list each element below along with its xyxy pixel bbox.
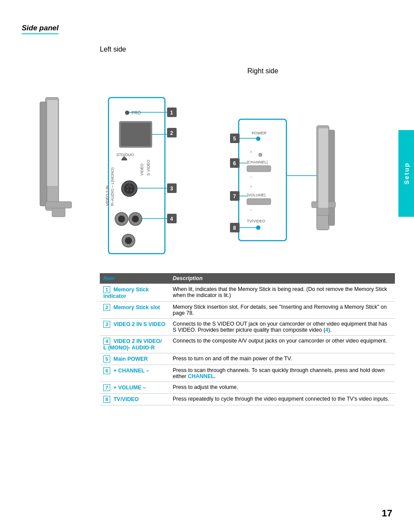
item-6: 6 + CHANNEL – <box>100 365 169 382</box>
item-num-6: 6 <box>103 367 110 374</box>
table-row: 8 TV/VIDEO Press repeatedly to cycle thr… <box>100 394 395 405</box>
svg-text:–: – <box>250 208 252 212</box>
svg-text:R–AUDIO – L(MONO): R–AUDIO – L(MONO) <box>110 167 115 206</box>
table-row: 4 VIDEO 2 IN VIDEO/ L (MONO)- AUDIO-R Co… <box>100 336 395 353</box>
svg-rect-69 <box>329 130 335 225</box>
svg-rect-5 <box>108 98 165 254</box>
svg-rect-12 <box>121 123 151 146</box>
table-row: 3 VIDEO 2 IN S VIDEO Connects to the S V… <box>100 319 395 336</box>
svg-rect-4 <box>47 100 58 186</box>
setup-tab-label: Setup <box>403 162 410 185</box>
table-row: 2 Memory Stick slot Memory Stick inserti… <box>100 302 395 319</box>
item-num-4: 4 <box>103 338 110 345</box>
svg-rect-58 <box>247 199 271 205</box>
desc-2: Memory Stick insertion slot. For details… <box>169 302 395 319</box>
svg-text:4: 4 <box>170 216 173 222</box>
desc-8: Press repeatedly to cycle through the vi… <box>169 394 395 405</box>
svg-rect-18 <box>122 159 127 160</box>
item-num-5: 5 <box>103 356 110 362</box>
page-number: 17 <box>382 508 392 519</box>
desc-4: Connects to the composite A/V output jac… <box>169 336 395 353</box>
desc-5: Press to turn on and off the main power … <box>169 353 395 365</box>
svg-point-22 <box>130 186 132 188</box>
svg-rect-1 <box>40 102 47 206</box>
svg-rect-72 <box>318 128 329 208</box>
item-8: 8 TV/VIDEO <box>100 394 169 405</box>
item-3: 3 VIDEO 2 IN S VIDEO <box>100 319 169 336</box>
svg-point-23 <box>127 189 128 191</box>
svg-text:7: 7 <box>233 193 236 199</box>
svg-point-6 <box>125 111 129 115</box>
svg-text:POWER: POWER <box>252 131 267 135</box>
svg-point-32 <box>118 215 125 222</box>
page-title: Side panel <box>22 24 59 34</box>
item-5: 5 Main POWER <box>100 353 169 365</box>
svg-text:+: + <box>250 185 252 189</box>
svg-point-44 <box>256 137 260 141</box>
svg-text:VIDEO 2 IN: VIDEO 2 IN <box>105 186 109 206</box>
svg-point-39 <box>125 237 132 244</box>
svg-text:3: 3 <box>170 186 173 192</box>
items-table: Item Description 1 Memory Stick indicato… <box>100 273 395 405</box>
svg-point-49 <box>259 153 262 157</box>
svg-text:|VOLUME|: |VOLUME| <box>247 193 266 197</box>
svg-point-24 <box>130 189 132 191</box>
svg-text:8: 8 <box>233 225 236 231</box>
desc-1: When lit, indicates that the Memory Stic… <box>169 284 395 302</box>
svg-rect-3 <box>52 208 65 217</box>
svg-text:1: 1 <box>170 110 173 116</box>
item-2: 2 Memory Stick slot <box>100 302 169 319</box>
svg-rect-71 <box>317 208 329 215</box>
svg-point-25 <box>128 184 130 186</box>
svg-text:–: – <box>250 175 252 179</box>
svg-text:S VIDEO: S VIDEO <box>146 160 151 176</box>
svg-text:6: 6 <box>233 160 236 166</box>
setup-tab: Setup <box>398 130 414 217</box>
item-num-2: 2 <box>103 304 110 311</box>
item-1: 1 Memory Stick indicator <box>100 284 169 302</box>
svg-text:5: 5 <box>233 136 236 142</box>
svg-point-21 <box>127 186 128 188</box>
svg-text:|CHANNEL|: |CHANNEL| <box>247 160 268 164</box>
svg-text:TV/VIDEO: TV/VIDEO <box>247 219 265 223</box>
item-num-7: 7 <box>103 384 110 391</box>
table-area: Item Description 1 Memory Stick indicato… <box>100 273 395 405</box>
table-row: 1 Memory Stick indicator When lit, indic… <box>100 284 395 302</box>
svg-point-34 <box>132 215 139 222</box>
table-row: 6 + CHANNEL – Press to scan through chan… <box>100 365 395 382</box>
header-item: Item <box>100 273 169 284</box>
svg-text:VIDEO: VIDEO <box>140 163 144 176</box>
item-4: 4 VIDEO 2 IN VIDEO/ L (MONO)- AUDIO-R <box>100 336 169 353</box>
desc-3: Connects to the S VIDEO OUT jack on your… <box>169 319 395 336</box>
desc-7: Press to adjust the volume. <box>169 382 395 394</box>
item-num-3: 3 <box>103 321 110 328</box>
diagram-area: PRO 1 2 STD/DUO 3 S VIDEO VIDEO <box>22 41 391 267</box>
item-num-1: 1 <box>103 286 110 293</box>
svg-text:STD/DUO: STD/DUO <box>116 153 134 157</box>
table-row: 7 + VOLUME – Press to adjust the volume. <box>100 382 395 394</box>
svg-text:+: + <box>250 150 252 154</box>
table-header: Item Description <box>100 273 395 284</box>
svg-text:2: 2 <box>170 130 173 136</box>
svg-rect-51 <box>247 166 271 172</box>
svg-point-64 <box>256 225 260 230</box>
svg-text:PRO: PRO <box>131 111 141 115</box>
header-description: Description <box>169 273 395 284</box>
desc-6: Press to scan through channels. To scan … <box>169 365 395 382</box>
item-num-8: 8 <box>103 396 110 403</box>
table-row: 5 Main POWER Press to turn on and off th… <box>100 353 395 365</box>
svg-rect-2 <box>46 202 72 208</box>
item-7: 7 + VOLUME – <box>100 382 169 394</box>
